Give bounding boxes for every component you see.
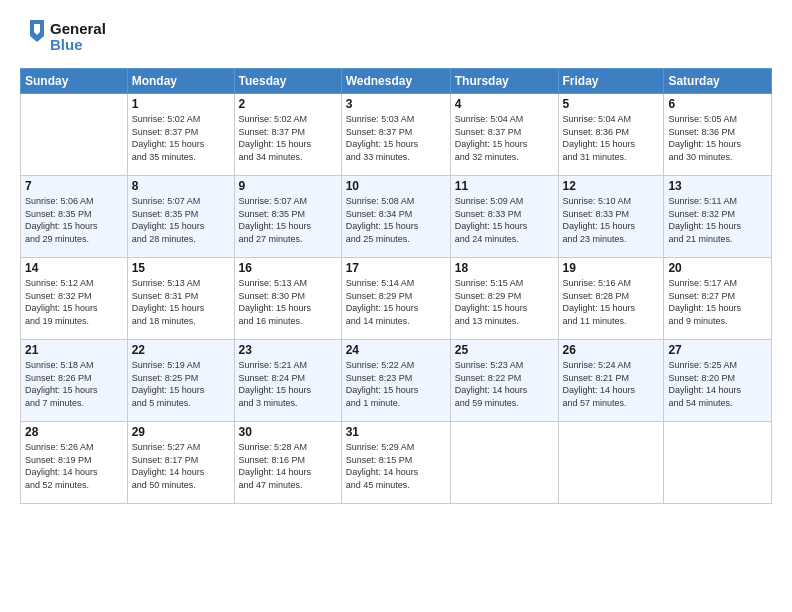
day-info: Sunrise: 5:21 AM Sunset: 8:24 PM Dayligh…: [239, 359, 337, 409]
calendar-cell: 27Sunrise: 5:25 AM Sunset: 8:20 PM Dayli…: [664, 340, 772, 422]
day-info: Sunrise: 5:19 AM Sunset: 8:25 PM Dayligh…: [132, 359, 230, 409]
calendar-cell: 18Sunrise: 5:15 AM Sunset: 8:29 PM Dayli…: [450, 258, 558, 340]
day-info: Sunrise: 5:13 AM Sunset: 8:30 PM Dayligh…: [239, 277, 337, 327]
day-number: 11: [455, 179, 554, 193]
day-info: Sunrise: 5:06 AM Sunset: 8:35 PM Dayligh…: [25, 195, 123, 245]
day-info: Sunrise: 5:17 AM Sunset: 8:27 PM Dayligh…: [668, 277, 767, 327]
day-number: 26: [563, 343, 660, 357]
day-info: Sunrise: 5:02 AM Sunset: 8:37 PM Dayligh…: [132, 113, 230, 163]
day-info: Sunrise: 5:14 AM Sunset: 8:29 PM Dayligh…: [346, 277, 446, 327]
day-number: 17: [346, 261, 446, 275]
calendar-cell: 25Sunrise: 5:23 AM Sunset: 8:22 PM Dayli…: [450, 340, 558, 422]
day-number: 27: [668, 343, 767, 357]
calendar-cell: 15Sunrise: 5:13 AM Sunset: 8:31 PM Dayli…: [127, 258, 234, 340]
day-info: Sunrise: 5:07 AM Sunset: 8:35 PM Dayligh…: [239, 195, 337, 245]
calendar-cell: 1Sunrise: 5:02 AM Sunset: 8:37 PM Daylig…: [127, 94, 234, 176]
calendar-cell: 7Sunrise: 5:06 AM Sunset: 8:35 PM Daylig…: [21, 176, 128, 258]
calendar-cell: 14Sunrise: 5:12 AM Sunset: 8:32 PM Dayli…: [21, 258, 128, 340]
calendar-cell: 9Sunrise: 5:07 AM Sunset: 8:35 PM Daylig…: [234, 176, 341, 258]
day-number: 16: [239, 261, 337, 275]
calendar-cell: 31Sunrise: 5:29 AM Sunset: 8:15 PM Dayli…: [341, 422, 450, 504]
weekday-header-thursday: Thursday: [450, 69, 558, 94]
calendar-cell: 29Sunrise: 5:27 AM Sunset: 8:17 PM Dayli…: [127, 422, 234, 504]
day-info: Sunrise: 5:04 AM Sunset: 8:37 PM Dayligh…: [455, 113, 554, 163]
weekday-header-row: SundayMondayTuesdayWednesdayThursdayFrid…: [21, 69, 772, 94]
weekday-header-tuesday: Tuesday: [234, 69, 341, 94]
calendar-cell: 30Sunrise: 5:28 AM Sunset: 8:16 PM Dayli…: [234, 422, 341, 504]
calendar-cell: 2Sunrise: 5:02 AM Sunset: 8:37 PM Daylig…: [234, 94, 341, 176]
day-number: 28: [25, 425, 123, 439]
logo-svg: General Blue: [20, 16, 130, 60]
day-number: 24: [346, 343, 446, 357]
day-info: Sunrise: 5:07 AM Sunset: 8:35 PM Dayligh…: [132, 195, 230, 245]
calendar-cell: 6Sunrise: 5:05 AM Sunset: 8:36 PM Daylig…: [664, 94, 772, 176]
day-number: 29: [132, 425, 230, 439]
day-info: Sunrise: 5:23 AM Sunset: 8:22 PM Dayligh…: [455, 359, 554, 409]
day-number: 25: [455, 343, 554, 357]
calendar-cell: 17Sunrise: 5:14 AM Sunset: 8:29 PM Dayli…: [341, 258, 450, 340]
day-info: Sunrise: 5:08 AM Sunset: 8:34 PM Dayligh…: [346, 195, 446, 245]
day-number: 2: [239, 97, 337, 111]
day-number: 18: [455, 261, 554, 275]
calendar-cell: 13Sunrise: 5:11 AM Sunset: 8:32 PM Dayli…: [664, 176, 772, 258]
day-number: 13: [668, 179, 767, 193]
day-number: 1: [132, 97, 230, 111]
day-info: Sunrise: 5:28 AM Sunset: 8:16 PM Dayligh…: [239, 441, 337, 491]
calendar-cell: 16Sunrise: 5:13 AM Sunset: 8:30 PM Dayli…: [234, 258, 341, 340]
calendar-cell: 8Sunrise: 5:07 AM Sunset: 8:35 PM Daylig…: [127, 176, 234, 258]
calendar-week-row-3: 14Sunrise: 5:12 AM Sunset: 8:32 PM Dayli…: [21, 258, 772, 340]
day-info: Sunrise: 5:03 AM Sunset: 8:37 PM Dayligh…: [346, 113, 446, 163]
day-info: Sunrise: 5:24 AM Sunset: 8:21 PM Dayligh…: [563, 359, 660, 409]
day-info: Sunrise: 5:13 AM Sunset: 8:31 PM Dayligh…: [132, 277, 230, 327]
day-number: 23: [239, 343, 337, 357]
day-info: Sunrise: 5:26 AM Sunset: 8:19 PM Dayligh…: [25, 441, 123, 491]
svg-text:Blue: Blue: [50, 36, 83, 53]
day-number: 5: [563, 97, 660, 111]
calendar-cell: 11Sunrise: 5:09 AM Sunset: 8:33 PM Dayli…: [450, 176, 558, 258]
calendar-cell: 23Sunrise: 5:21 AM Sunset: 8:24 PM Dayli…: [234, 340, 341, 422]
day-info: Sunrise: 5:09 AM Sunset: 8:33 PM Dayligh…: [455, 195, 554, 245]
day-info: Sunrise: 5:11 AM Sunset: 8:32 PM Dayligh…: [668, 195, 767, 245]
day-number: 15: [132, 261, 230, 275]
calendar-cell: 22Sunrise: 5:19 AM Sunset: 8:25 PM Dayli…: [127, 340, 234, 422]
header: General Blue: [20, 16, 772, 60]
day-number: 4: [455, 97, 554, 111]
calendar-cell: [450, 422, 558, 504]
calendar-cell: 28Sunrise: 5:26 AM Sunset: 8:19 PM Dayli…: [21, 422, 128, 504]
day-number: 31: [346, 425, 446, 439]
calendar-cell: 4Sunrise: 5:04 AM Sunset: 8:37 PM Daylig…: [450, 94, 558, 176]
day-info: Sunrise: 5:15 AM Sunset: 8:29 PM Dayligh…: [455, 277, 554, 327]
day-number: 30: [239, 425, 337, 439]
weekday-header-wednesday: Wednesday: [341, 69, 450, 94]
weekday-header-saturday: Saturday: [664, 69, 772, 94]
day-number: 22: [132, 343, 230, 357]
day-info: Sunrise: 5:29 AM Sunset: 8:15 PM Dayligh…: [346, 441, 446, 491]
calendar-cell: 5Sunrise: 5:04 AM Sunset: 8:36 PM Daylig…: [558, 94, 664, 176]
weekday-header-monday: Monday: [127, 69, 234, 94]
day-info: Sunrise: 5:18 AM Sunset: 8:26 PM Dayligh…: [25, 359, 123, 409]
day-info: Sunrise: 5:05 AM Sunset: 8:36 PM Dayligh…: [668, 113, 767, 163]
day-number: 20: [668, 261, 767, 275]
day-number: 3: [346, 97, 446, 111]
svg-text:General: General: [50, 20, 106, 37]
day-info: Sunrise: 5:10 AM Sunset: 8:33 PM Dayligh…: [563, 195, 660, 245]
day-number: 14: [25, 261, 123, 275]
page-container: General Blue SundayMondayTuesdayWednesda…: [0, 0, 792, 514]
day-info: Sunrise: 5:27 AM Sunset: 8:17 PM Dayligh…: [132, 441, 230, 491]
day-number: 8: [132, 179, 230, 193]
day-info: Sunrise: 5:02 AM Sunset: 8:37 PM Dayligh…: [239, 113, 337, 163]
day-info: Sunrise: 5:25 AM Sunset: 8:20 PM Dayligh…: [668, 359, 767, 409]
calendar-cell: 24Sunrise: 5:22 AM Sunset: 8:23 PM Dayli…: [341, 340, 450, 422]
calendar-week-row-4: 21Sunrise: 5:18 AM Sunset: 8:26 PM Dayli…: [21, 340, 772, 422]
weekday-header-friday: Friday: [558, 69, 664, 94]
calendar-cell: [664, 422, 772, 504]
day-number: 12: [563, 179, 660, 193]
calendar-cell: 12Sunrise: 5:10 AM Sunset: 8:33 PM Dayli…: [558, 176, 664, 258]
calendar-table: SundayMondayTuesdayWednesdayThursdayFrid…: [20, 68, 772, 504]
day-number: 7: [25, 179, 123, 193]
day-info: Sunrise: 5:04 AM Sunset: 8:36 PM Dayligh…: [563, 113, 660, 163]
day-number: 6: [668, 97, 767, 111]
day-info: Sunrise: 5:12 AM Sunset: 8:32 PM Dayligh…: [25, 277, 123, 327]
calendar-cell: [21, 94, 128, 176]
calendar-week-row-2: 7Sunrise: 5:06 AM Sunset: 8:35 PM Daylig…: [21, 176, 772, 258]
